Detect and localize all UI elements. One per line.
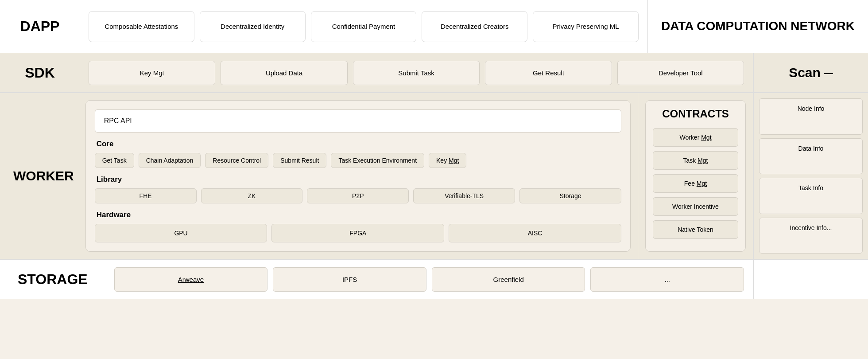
contract-card-native-token[interactable]: Native Token: [653, 220, 738, 239]
card-decentralized-identity[interactable]: Decentralized Identity: [200, 11, 306, 42]
lib-card-p2p[interactable]: P2P: [307, 188, 409, 203]
scan-items-list: Node Info Data Info Task Info Incentive …: [754, 93, 868, 259]
worker-label: WORKER: [9, 100, 78, 252]
core-card-resource-control[interactable]: Resource Control: [205, 153, 268, 168]
lib-card-verifiable-tls[interactable]: Verifiable-TLS: [413, 188, 515, 203]
card-privacy-preserving-ml[interactable]: Privacy Preserving ML: [533, 11, 639, 42]
sdk-card-submit-task[interactable]: Submit Task: [353, 61, 480, 85]
sdk-row: SDK Key Mgt Upload Data Submit Task Get …: [0, 53, 753, 93]
storage-card-greenfield[interactable]: Greenfield: [432, 267, 585, 292]
contracts-title: CONTRACTS: [653, 108, 738, 120]
core-cards: Get Task Chain Adaptation Resource Contr…: [95, 153, 621, 168]
storage-card-ellipsis[interactable]: ...: [590, 267, 744, 292]
contract-card-worker-mgt[interactable]: Worker Mgt: [653, 128, 738, 147]
storage-card-arweave[interactable]: Arweave: [114, 267, 268, 292]
sdk-label: SDK: [0, 53, 80, 92]
core-card-get-task[interactable]: Get Task: [95, 153, 134, 168]
hardware-section: Hardware GPU FPGA AISC: [95, 211, 621, 242]
scan-title: Scan —: [754, 53, 868, 93]
scan-storage-empty: [754, 259, 868, 299]
hw-card-fpga[interactable]: FPGA: [271, 224, 444, 242]
storage-label: STORAGE: [0, 262, 105, 297]
hw-card-aisc[interactable]: AISC: [449, 224, 621, 242]
scan-item-node-info[interactable]: Node Info: [759, 98, 863, 135]
core-card-chain-adaptation[interactable]: Chain Adaptation: [139, 153, 201, 168]
lib-card-fhe[interactable]: FHE: [95, 188, 197, 203]
library-cards: FHE ZK P2P Verifiable-TLS: [95, 188, 621, 203]
hardware-cards: GPU FPGA AISC: [95, 224, 621, 242]
lib-card-storage[interactable]: Storage: [519, 188, 621, 203]
scan-item-data-info[interactable]: Data Info: [759, 138, 863, 175]
contract-card-task-mgt[interactable]: Task Mgt: [653, 151, 738, 170]
lib-card-zk[interactable]: ZK: [201, 188, 303, 203]
storage-cards: Arweave IPFS Greenfield ...: [105, 260, 753, 299]
right-panel: Scan — Node Info Data Info Task Info Inc…: [753, 53, 868, 299]
contracts-inner: CONTRACTS Worker Mgt Task Mgt Fee Mgt Wo…: [645, 100, 746, 252]
storage-row: STORAGE Arweave IPFS Greenfield ...: [0, 259, 753, 299]
card-decentralized-creators[interactable]: Decentralized Creators: [422, 11, 527, 42]
core-card-key-mgt[interactable]: Key Mgt: [429, 153, 466, 168]
dapp-row: DAPP Composable Attestations Decentraliz…: [0, 0, 868, 53]
sdk-card-key-mgt[interactable]: Key Mgt: [89, 61, 215, 85]
rpc-api-bar: RPC API: [95, 109, 621, 133]
sdk-card-get-result[interactable]: Get Result: [485, 61, 612, 85]
worker-inner: RPC API Core Get Task Chain Adaptation: [85, 100, 631, 252]
contract-card-fee-mgt[interactable]: Fee Mgt: [653, 174, 738, 193]
sdk-cards: Key Mgt Upload Data Submit Task Get Resu…: [80, 53, 753, 92]
scan-item-incentive-info[interactable]: Incentive Info...: [759, 218, 863, 254]
contract-card-worker-incentive[interactable]: Worker Incentive: [653, 197, 738, 216]
worker-section: WORKER RPC API Core Get Task: [0, 93, 638, 259]
core-card-submit-result[interactable]: Submit Result: [273, 153, 326, 168]
sdk-card-upload-data[interactable]: Upload Data: [221, 61, 347, 85]
core-title: Core: [95, 140, 621, 148]
content-area: SDK Key Mgt Upload Data Submit Task Get …: [0, 53, 868, 299]
hardware-title: Hardware: [95, 211, 621, 219]
contracts-section: CONTRACTS Worker Mgt Task Mgt Fee Mgt Wo…: [638, 93, 753, 259]
library-title: Library: [95, 175, 621, 184]
left-main: SDK Key Mgt Upload Data Submit Task Get …: [0, 53, 753, 299]
hw-card-gpu[interactable]: GPU: [95, 224, 267, 242]
card-composable-attestations[interactable]: Composable Attestations: [89, 11, 194, 42]
worker-contracts-row: WORKER RPC API Core Get Task: [0, 93, 753, 259]
main-layout: DAPP Composable Attestations Decentraliz…: [0, 0, 868, 299]
card-confidential-payment[interactable]: Confidential Payment: [311, 11, 417, 42]
scan-item-task-info[interactable]: Task Info: [759, 178, 863, 214]
core-section: Core Get Task Chain Adaptation Resource …: [95, 140, 621, 168]
dcn-title: DATA COMPUTATION NETWORK: [647, 0, 868, 53]
dapp-cards: Composable Attestations Decentralized Id…: [80, 0, 647, 53]
dapp-label: DAPP: [0, 0, 80, 53]
library-section: Library FHE ZK P2P: [95, 175, 621, 203]
storage-card-ipfs[interactable]: IPFS: [273, 267, 426, 292]
sdk-card-developer-tool[interactable]: Developer Tool: [617, 61, 744, 85]
core-card-task-execution-env[interactable]: Task Execution Environment: [331, 153, 424, 168]
